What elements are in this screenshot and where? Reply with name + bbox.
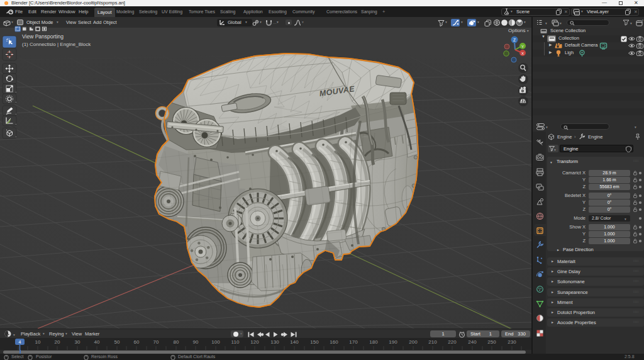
svg-text:4: 4 [19,340,21,344]
svg-text:10: 10 [35,339,41,345]
svg-text:190: 190 [389,339,397,345]
svg-text:100: 100 [211,339,220,345]
svg-text:X: X [521,52,524,55]
svg-text:200: 200 [409,339,418,345]
svg-text:230: 230 [508,339,516,345]
svg-text:Options ▾: Options ▾ [508,28,529,33]
svg-text:120: 120 [250,339,259,345]
svg-text:250: 250 [487,339,496,345]
svg-text:Z: Z [513,38,516,42]
svg-text:220: 220 [448,339,457,345]
svg-text:240: 240 [468,339,477,345]
svg-text:90: 90 [193,339,199,345]
svg-text:170: 170 [349,339,358,345]
svg-text:View Pansporting: View Pansporting [22,33,64,40]
svg-text:°: ° [642,20,643,23]
svg-text:110: 110 [231,339,240,345]
svg-text:60: 60 [134,339,140,345]
svg-text:40: 40 [94,339,100,345]
svg-text:50: 50 [114,339,120,345]
svg-text:210: 210 [428,339,437,345]
svg-text:30: 30 [75,339,80,345]
svg-text:160: 160 [330,339,338,345]
svg-text:130: 130 [270,339,279,345]
svg-text:140: 140 [290,339,299,345]
svg-text:180: 180 [369,339,378,345]
svg-text:20: 20 [55,339,60,345]
svg-text:80: 80 [174,339,179,345]
svg-text:70: 70 [153,339,159,345]
svg-text:(1) Connectislo | Engine_Block: (1) Connectislo | Engine_Block [22,42,91,47]
svg-text:150: 150 [310,339,319,345]
svg-text:Y: Y [521,45,524,48]
